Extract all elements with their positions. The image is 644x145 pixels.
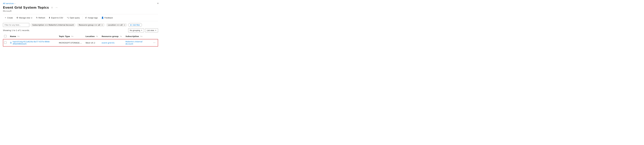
name-column-label: Name	[10, 35, 16, 38]
view-mode-label: List view	[147, 29, 154, 32]
checkbox-header	[3, 34, 8, 39]
subscription-filter-pill: Subscription == Roberto's Internal Accou…	[30, 23, 76, 27]
pin-button[interactable]: ☆	[50, 6, 54, 9]
view-mode-dropdown[interactable]: List view ▼	[145, 28, 158, 32]
tag-icon: 🏷	[85, 16, 87, 19]
page-title: Event Grid System Topics	[3, 6, 49, 9]
topic-type-column-header: Topic Type ↑↓	[57, 34, 84, 39]
location-filter-label: Location == all	[108, 24, 122, 26]
refresh-button[interactable]: ↻ Refresh	[34, 16, 47, 20]
resource-group-filter-close[interactable]: ×	[102, 24, 103, 26]
page-container: All services › Event Grid System Topics …	[0, 0, 161, 73]
chevron-down-icon: ∨	[31, 17, 32, 19]
subscription-link[interactable]: Roberto's Internal Account	[126, 40, 142, 45]
export-csv-label: Export to CSV	[51, 17, 63, 19]
more-options-button[interactable]: ···	[55, 6, 58, 9]
resource-group-filter-label: Resource group == all	[79, 24, 100, 26]
location-column-header: Location ↑↓	[84, 34, 100, 39]
manage-view-label: Manage view	[19, 17, 30, 19]
subscription-cell: Roberto's Internal Account	[124, 39, 150, 46]
create-icon: ＋	[4, 16, 6, 19]
resources-table: Name ↑↓ Topic Type ↑↓ Location ↑↓ Resour…	[3, 34, 158, 46]
row-actions-cell: ···	[150, 39, 158, 46]
toolbar-divider	[82, 16, 82, 19]
row-checkbox[interactable]	[4, 42, 6, 44]
view-mode-chevron-icon: ▼	[155, 30, 156, 31]
subscription-column-label: Subscription	[126, 35, 139, 38]
feedback-button[interactable]: 👤 Feedback	[100, 16, 114, 20]
grouping-label: No grouping	[130, 29, 140, 32]
table-row: ☰ topic01stg-811a624a-8a77-437e-89de-dfe…	[3, 39, 158, 46]
gear-icon: ⚙	[16, 16, 18, 19]
resource-group-link[interactable]: event-grid-01	[102, 42, 114, 44]
breadcrumb: All services ›	[3, 2, 158, 4]
open-query-label: Open query	[70, 17, 80, 19]
assign-tags-button[interactable]: 🏷 Assign tags	[84, 16, 99, 20]
name-sort-icon[interactable]: ↑↓	[18, 36, 20, 37]
query-icon: ⌥	[67, 16, 69, 19]
location-cell: West US 2	[84, 39, 100, 46]
select-all-checkbox[interactable]	[4, 35, 6, 37]
resource-name: topic01stg-811a624a-8a77-437e-89de-dfeb5…	[13, 40, 56, 45]
close-button[interactable]: ×	[157, 2, 159, 5]
results-row: Showing 1 to 1 of 1 records. No grouping…	[3, 28, 158, 32]
filter-row: Subscription == Roberto's Internal Accou…	[3, 23, 158, 27]
resource-group-filter-pill: Resource group == all ×	[77, 23, 105, 27]
breadcrumb-separator: ›	[15, 2, 15, 4]
location-column-label: Location	[86, 35, 95, 38]
resource-group-sort-icon[interactable]: ↑↓	[120, 36, 122, 37]
breadcrumb-link[interactable]: All services	[3, 2, 14, 4]
manage-view-button[interactable]: ⚙ Manage view ∨	[15, 16, 34, 20]
row-more-actions-button[interactable]: ···	[152, 41, 156, 44]
subscription-column-header: Subscription ↑↓	[124, 34, 150, 39]
resource-group-column-label: Resource group	[102, 35, 118, 38]
add-filter-icon: ⊕	[130, 24, 132, 26]
resource-icon: ☰	[10, 42, 12, 44]
grouping-chevron-icon: ▼	[141, 30, 142, 31]
topic-type-sort-icon[interactable]: ↑↓	[71, 36, 74, 37]
feedback-icon: 👤	[101, 16, 104, 19]
actions-column-header	[150, 34, 158, 39]
subscription-filter-label: Subscription == Roberto's Internal Accou…	[32, 24, 74, 26]
topic-type-column-label: Topic Type	[59, 35, 70, 38]
open-query-button[interactable]: ⌥ Open query	[65, 16, 81, 20]
resource-group-cell: event-grid-01	[100, 39, 124, 46]
row-checkbox-cell	[3, 39, 8, 46]
name-column-header: Name ↑↓	[8, 34, 57, 39]
resource-link[interactable]: ☰ topic01stg-811a624a-8a77-437e-89de-dfe…	[10, 40, 55, 45]
location-filter-close[interactable]: ×	[124, 24, 125, 26]
refresh-label: Refresh	[38, 17, 45, 19]
export-icon: ⬇	[48, 16, 50, 19]
location-filter-pill: Location == all ×	[106, 23, 127, 27]
subscription-sort-icon[interactable]: ↑↓	[140, 36, 142, 37]
add-filter-label: Add filter	[132, 24, 140, 26]
filter-input[interactable]	[3, 23, 29, 27]
table-header-row: Name ↑↓ Topic Type ↑↓ Location ↑↓ Resour…	[3, 34, 158, 39]
view-controls: No grouping ▼ List view ▼	[128, 28, 158, 32]
topic-type-cell: MICROSOFT.STORAGE....	[57, 39, 84, 46]
name-cell: ☰ topic01stg-811a624a-8a77-437e-89de-dfe…	[8, 39, 57, 46]
title-row: Event Grid System Topics ☆ ···	[3, 6, 158, 9]
results-count: Showing 1 to 1 of 1 records.	[3, 29, 30, 32]
grouping-dropdown[interactable]: No grouping ▼	[128, 28, 144, 32]
assign-tags-label: Assign tags	[88, 17, 98, 19]
add-filter-button[interactable]: ⊕ Add filter	[128, 23, 142, 27]
refresh-icon: ↻	[36, 16, 38, 19]
create-label: Create	[7, 17, 13, 19]
location-sort-icon[interactable]: ↑↓	[96, 36, 98, 37]
resource-group-column-header: Resource group ↑↓	[100, 34, 124, 39]
location-value: West US 2	[86, 42, 95, 44]
feedback-label: Feedback	[104, 17, 113, 19]
subtitle: Microsoft	[3, 10, 158, 12]
topic-type-value: MICROSOFT.STORAGE....	[59, 42, 82, 44]
export-csv-button[interactable]: ⬇ Export to CSV	[47, 16, 64, 20]
toolbar: ＋ Create ⚙ Manage view ∨ ↻ Refresh ⬇ Exp…	[3, 14, 158, 21]
create-button[interactable]: ＋ Create	[3, 16, 14, 20]
